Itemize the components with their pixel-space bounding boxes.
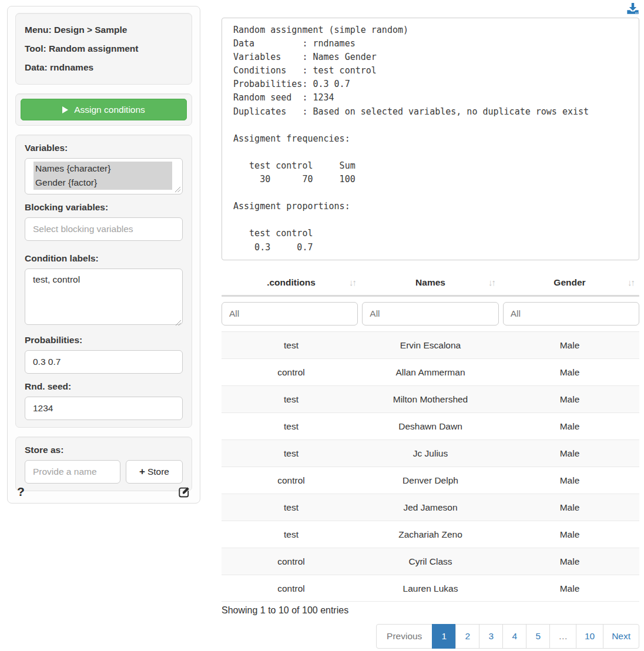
table-cell: Allan Ammerman xyxy=(361,359,500,385)
page-next[interactable]: Next xyxy=(603,624,639,649)
table-cell: Male xyxy=(500,359,639,385)
help-icon[interactable]: ? xyxy=(17,485,25,499)
table-row[interactable]: controlDenver DelphMale xyxy=(222,467,639,494)
play-icon xyxy=(62,106,68,113)
assignment-output: Random assignment (simple random) Data :… xyxy=(222,18,639,260)
edit-report-icon[interactable] xyxy=(178,486,190,498)
plus-icon: + xyxy=(139,466,145,477)
table-cell: Ervin Escalona xyxy=(361,332,500,358)
page-5[interactable]: 5 xyxy=(526,624,550,649)
table-cell: Zachariah Zeno xyxy=(361,521,500,548)
table-cell: Male xyxy=(500,467,639,494)
table-cell: Male xyxy=(500,440,639,467)
sidebar-footer: ? xyxy=(17,485,190,499)
seed-label: Rnd. seed: xyxy=(25,381,183,392)
page-ellipsis[interactable]: … xyxy=(549,624,576,649)
table-cell: control xyxy=(222,575,361,601)
table-filter-row xyxy=(222,297,639,331)
blocking-variables-input[interactable] xyxy=(25,217,183,241)
table-cell: test xyxy=(222,494,361,521)
tool-name: Tool: Random assignment xyxy=(25,39,183,58)
store-panel: Store as: +Store xyxy=(15,437,192,491)
store-button[interactable]: +Store xyxy=(126,460,183,484)
sort-icon[interactable]: ↓↑ xyxy=(349,270,355,295)
blocking-variables-label: Blocking variables: xyxy=(25,202,183,213)
table-cell: control xyxy=(222,359,361,385)
sort-icon[interactable]: ↓↑ xyxy=(488,270,495,295)
table-cell: Male xyxy=(500,332,639,358)
probabilities-label: Probabilities: xyxy=(25,335,183,345)
filter-input-names[interactable] xyxy=(362,302,498,326)
variable-option[interactable]: Names {character} xyxy=(33,162,172,176)
filter-input-conditions[interactable] xyxy=(222,302,358,326)
column-header-gender[interactable]: Gender ↓↑ xyxy=(500,270,639,295)
table-cell: Denver Delph xyxy=(361,467,500,494)
page-1[interactable]: 1 xyxy=(432,624,456,649)
filter-cell xyxy=(362,302,498,326)
assign-conditions-label: Assign conditions xyxy=(74,105,145,115)
probabilities-input[interactable] xyxy=(25,350,183,374)
table-cell: control xyxy=(222,467,361,494)
table-cell: Male xyxy=(500,494,639,521)
menu-breadcrumb: Menu: Design > Sample xyxy=(25,21,183,39)
download-icon[interactable] xyxy=(626,2,639,15)
table-header-row: .conditions ↓↑ Names ↓↑ Gender ↓↑ xyxy=(222,270,639,295)
assign-conditions-button[interactable]: Assign conditions xyxy=(21,99,187,120)
table-cell: test xyxy=(222,386,361,412)
variable-option[interactable]: Gender {factor} xyxy=(33,176,172,190)
page-10[interactable]: 10 xyxy=(576,624,603,649)
seed-input[interactable] xyxy=(25,397,183,420)
table-row[interactable]: testZachariah ZenoMale xyxy=(222,521,639,548)
column-header-label: Gender xyxy=(554,277,585,287)
table-row[interactable]: controlAllan AmmermanMale xyxy=(222,358,639,385)
table-cell: Deshawn Dawn xyxy=(361,413,500,439)
table-cell: test xyxy=(222,332,361,358)
table-cell: Jc Julius xyxy=(361,440,500,467)
table-cell: Lauren Lukas xyxy=(361,575,500,601)
table-row[interactable]: testErvin EscalonaMale xyxy=(222,331,639,358)
resize-handle-icon[interactable] xyxy=(175,320,182,326)
store-name-input[interactable] xyxy=(25,460,120,484)
table-cell: test xyxy=(222,440,361,467)
filter-cell xyxy=(222,302,358,326)
table-cell: Jed Jameson xyxy=(361,494,500,521)
assign-panel: Assign conditions xyxy=(15,93,192,126)
store-as-label: Store as: xyxy=(25,445,183,455)
column-header-label: .conditions xyxy=(267,277,316,287)
data-table: .conditions ↓↑ Names ↓↑ Gender ↓↑ xyxy=(222,270,639,602)
table-body: testErvin EscalonaMalecontrolAllan Ammer… xyxy=(222,331,639,602)
page-previous[interactable]: Previous xyxy=(376,624,432,649)
variables-label: Variables: xyxy=(25,143,183,153)
table-cell: Male xyxy=(500,575,639,601)
page-2[interactable]: 2 xyxy=(455,624,479,649)
table-row[interactable]: controlLauren LukasMale xyxy=(222,575,639,602)
sidebar: Menu: Design > Sample Tool: Random assig… xyxy=(7,6,200,504)
table-cell: test xyxy=(222,521,361,548)
table-row[interactable]: controlCyril ClassMale xyxy=(222,548,639,575)
table-cell: test xyxy=(222,413,361,439)
variables-select[interactable]: Names {character}Gender {factor} xyxy=(25,158,183,194)
resize-handle-icon[interactable] xyxy=(175,186,181,193)
condition-labels-textarea[interactable]: test, control xyxy=(25,269,183,325)
table-cell: Cyril Class xyxy=(361,548,500,575)
table-row[interactable]: testDeshawn DawnMale xyxy=(222,412,639,439)
table-row[interactable]: testJc JuliusMale xyxy=(222,439,639,467)
page-3[interactable]: 3 xyxy=(479,624,503,649)
table-entries-info: Showing 1 to 10 of 100 entries xyxy=(222,605,348,616)
filter-input-gender[interactable] xyxy=(503,302,639,326)
filter-cell xyxy=(503,302,639,326)
condition-labels-label: Condition labels: xyxy=(25,253,183,264)
table-cell: control xyxy=(222,548,361,575)
column-header-names[interactable]: Names ↓↑ xyxy=(361,270,500,295)
column-header-label: Names xyxy=(415,277,445,287)
store-button-label: Store xyxy=(147,467,169,476)
options-panel: Variables: Names {character}Gender {fact… xyxy=(15,135,192,428)
page-4[interactable]: 4 xyxy=(502,624,526,649)
table-cell: Male xyxy=(500,548,639,575)
sort-icon[interactable]: ↓↑ xyxy=(628,270,634,295)
table-cell: Milton Mothershed xyxy=(361,386,500,412)
column-header-conditions[interactable]: .conditions ↓↑ xyxy=(222,270,361,295)
pagination: Previous12345…10Next xyxy=(376,624,639,649)
table-row[interactable]: testJed JamesonMale xyxy=(222,494,639,521)
table-row[interactable]: testMilton MothershedMale xyxy=(222,385,639,412)
